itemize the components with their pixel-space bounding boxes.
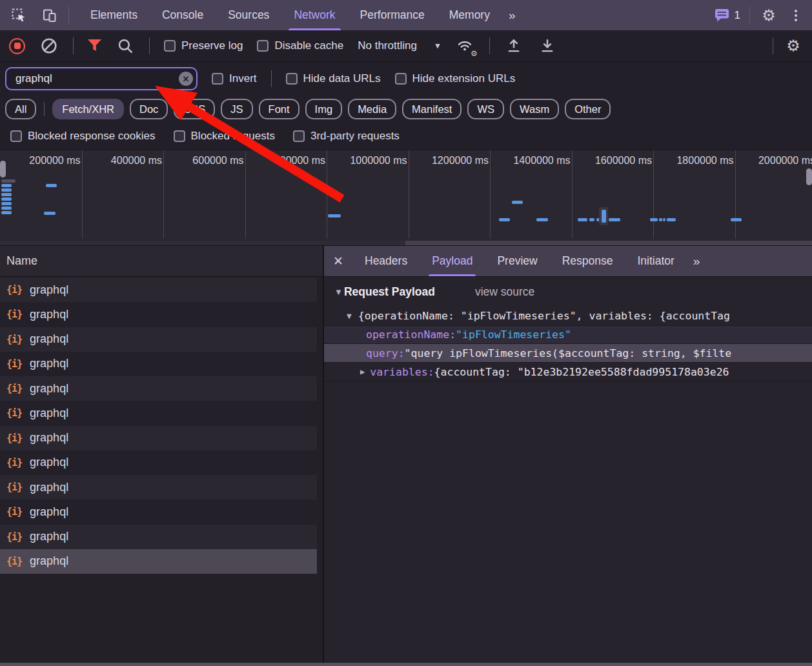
details-tab-payload[interactable]: Payload [421,246,483,276]
network-settings-gear-icon[interactable]: ⚙ [784,36,803,56]
network-filter-options: Blocked response cookies Blocked request… [0,123,812,150]
details-tab-label: Payload [432,254,472,268]
overview-scrollbar-thumb[interactable] [0,241,405,245]
tab-console[interactable]: Console [152,0,214,30]
details-more-tabs-icon[interactable]: » [687,254,705,268]
invert-option[interactable]: Invert [212,72,257,85]
overview-scrollbar[interactable] [0,241,812,245]
chip-ws[interactable]: WS [467,99,504,119]
third-party-option[interactable]: 3rd-party requests [293,130,400,143]
record-network-log-button[interactable] [9,38,25,54]
issues-button[interactable]: 1 [715,8,740,23]
expand-triangle-icon[interactable]: ▶ [360,367,365,376]
collapse-triangle-icon[interactable]: ▼ [334,287,343,297]
throttling-dropdown[interactable]: No throttling ▼ [358,39,442,52]
request-row[interactable]: {i}graphql [0,549,317,574]
details-tab-response[interactable]: Response [551,246,624,276]
kebab-menu-icon[interactable] [787,10,804,21]
hide-data-urls-checkbox[interactable] [286,73,298,85]
request-row[interactable]: {i}graphql [0,401,317,425]
export-har-icon[interactable] [538,36,557,56]
inspect-element-icon[interactable] [9,6,28,25]
hide-data-urls-option[interactable]: Hide data URLs [286,72,381,85]
hide-extension-urls-option[interactable]: Hide extension URLs [395,72,516,85]
mini-gear-icon: ⚙ [471,50,478,57]
search-icon[interactable] [116,36,135,56]
timeline-gridline [82,150,83,239]
payload-root-row[interactable]: ▼ {operationName: "ipFlowTimeseries", va… [324,307,812,325]
more-tabs-icon[interactable]: » [502,8,521,23]
chip-img[interactable]: Img [305,99,343,119]
filter-funnel-icon[interactable] [88,39,101,52]
request-row[interactable]: {i}graphql [0,475,317,500]
request-row[interactable]: {i}graphql [0,450,317,475]
waterfall-bar [499,218,510,221]
request-row[interactable]: {i}graphql [0,426,317,450]
chip-all[interactable]: All [5,99,36,119]
blocked-cookies-option[interactable]: Blocked response cookies [10,130,156,143]
chip-manifest[interactable]: Manifest [402,99,462,119]
tab-elements[interactable]: Elements [80,0,148,30]
chip-media[interactable]: Media [348,99,396,119]
blocked-requests-checkbox[interactable] [174,130,185,142]
third-party-checkbox[interactable] [293,130,305,142]
overview-drag-handle[interactable] [806,168,812,185]
tab-performance[interactable]: Performance [350,0,435,30]
preserve-log-option[interactable]: Preserve log [164,39,243,52]
request-row[interactable]: {i}graphql [0,352,317,376]
tab-label: Console [162,8,203,22]
timeline-gridline [572,150,573,239]
timeline-tick-label: 1800000 ms [669,155,734,166]
chip-wasm[interactable]: Wasm [510,99,559,119]
waterfall-bar [663,218,665,221]
chip-js[interactable]: JS [221,99,252,119]
settings-gear-icon[interactable]: ⚙ [759,6,778,25]
clear-network-log-icon[interactable] [39,36,59,56]
request-row[interactable]: {i}graphql [0,302,317,327]
request-row[interactable]: {i}graphql [0,525,317,549]
view-source-link[interactable]: view source [475,285,534,299]
details-tab-headers[interactable]: Headers [354,246,418,276]
chevron-down-icon: ▼ [434,41,442,50]
payload-row-operation-name[interactable]: operationName: "ipFlowTimeseries" [324,325,812,344]
hide-extension-urls-checkbox[interactable] [395,73,407,85]
disable-cache-checkbox[interactable] [257,40,269,52]
filter-input[interactable] [5,67,198,90]
tab-memory[interactable]: Memory [439,0,500,30]
chip-css[interactable]: CSS [174,99,215,119]
details-tab-initiator[interactable]: Initiator [626,246,685,276]
close-details-icon[interactable]: ✕ [324,254,352,268]
clear-filter-icon[interactable]: ✕ [179,72,193,86]
name-column-header[interactable]: Name [0,246,323,277]
import-har-icon[interactable] [504,36,523,56]
device-toolbar-icon[interactable] [40,6,59,25]
network-conditions-icon[interactable]: ⚙ [456,37,475,54]
overview-drag-handle[interactable] [0,161,6,177]
disable-cache-option[interactable]: Disable cache [257,39,343,52]
preserve-log-checkbox[interactable] [164,40,176,52]
chip-other[interactable]: Other [565,99,611,119]
request-name: graphql [30,554,68,568]
payload-section-header[interactable]: ▼ Request Payload view source [324,277,812,307]
details-tab-preview[interactable]: Preview [486,246,548,276]
request-row[interactable]: {i}graphql [0,327,317,352]
tab-network[interactable]: Network [283,0,345,30]
chip-font[interactable]: Font [259,99,299,119]
waterfall-bar [731,218,742,221]
network-overview-timeline[interactable]: 200000 ms400000 ms600000 ms800000 ms1000… [0,150,812,245]
payload-row-query[interactable]: query: "query ipFlowTimeseries($accountT… [324,344,812,363]
request-name: graphql [30,407,68,420]
request-row[interactable]: {i}graphql [0,278,317,302]
collapse-triangle-icon[interactable]: ▼ [347,311,352,321]
blocked-cookies-checkbox[interactable] [10,130,22,142]
payload-row-variables[interactable]: ▶ variables: {accountTag: "b12e3b2192ee5… [324,363,812,381]
preserve-log-label: Preserve log [181,39,243,52]
request-row[interactable]: {i}graphql [0,500,317,524]
blocked-requests-option[interactable]: Blocked requests [174,130,275,143]
waterfall-bar [667,218,676,221]
request-row[interactable]: {i}graphql [0,376,317,401]
chip-doc[interactable]: Doc [130,99,168,119]
chip-fetch-xhr[interactable]: Fetch/XHR [52,99,124,119]
tab-sources[interactable]: Sources [218,0,279,30]
invert-checkbox[interactable] [212,73,223,85]
